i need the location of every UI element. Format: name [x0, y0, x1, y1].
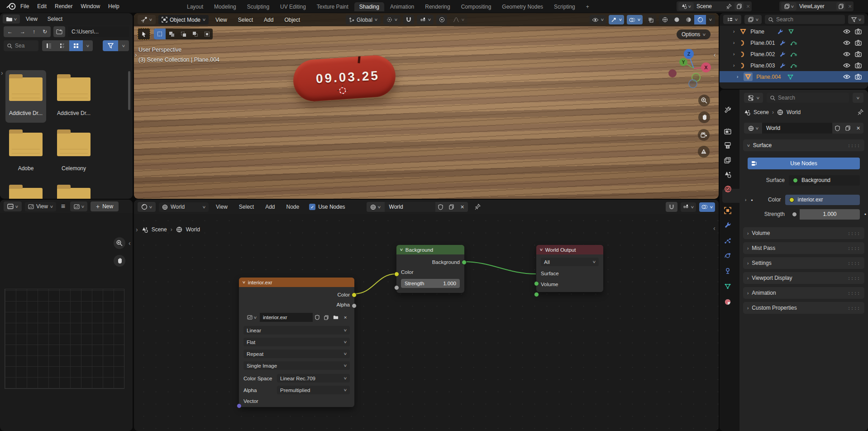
- tab-compositing[interactable]: Compositing: [456, 2, 496, 11]
- outliner-search-input[interactable]: Search: [765, 15, 845, 24]
- viewport-zoom-button[interactable]: [698, 95, 710, 106]
- breadcrumb-world[interactable]: World: [787, 109, 801, 115]
- tab-object-data[interactable]: [720, 280, 736, 293]
- outliner-row-plane004-selected[interactable]: › Plane.004: [720, 71, 868, 82]
- image-editor-canvas[interactable]: [5, 289, 124, 389]
- tab-tool[interactable]: [720, 103, 736, 116]
- socket-color-in[interactable]: [394, 272, 399, 277]
- fake-user-button[interactable]: [313, 313, 322, 322]
- menu-window[interactable]: Window: [76, 3, 104, 10]
- strength-socket-button[interactable]: [789, 209, 800, 220]
- outliner-row-plane001[interactable]: › Plane.001: [720, 37, 868, 48]
- color-expand-arrow[interactable]: ›: [745, 197, 746, 202]
- interpolation-dropdown[interactable]: Linear∨: [243, 326, 350, 335]
- unlink-datablock-button[interactable]: ×: [853, 123, 863, 134]
- folder-icon[interactable]: [9, 133, 43, 156]
- axis-navigation-gizmo[interactable]: Z Y X: [665, 45, 715, 90]
- hide-viewport-eye-icon[interactable]: [843, 74, 850, 79]
- refresh-button[interactable]: ↻: [39, 29, 51, 35]
- display-mode-dropdown[interactable]: ∨: [723, 15, 741, 24]
- unlink-image-button[interactable]: ×: [341, 313, 350, 322]
- tab-texture-paint[interactable]: Texture Paint: [312, 2, 353, 11]
- select-mode-subtract-button[interactable]: [177, 29, 189, 39]
- node-header[interactable]: ∨ World Output: [536, 245, 603, 254]
- object-name[interactable]: Plane: [750, 29, 764, 35]
- panel-settings[interactable]: › Settings ::::: [743, 257, 864, 269]
- folder-icon[interactable]: [57, 188, 91, 199]
- editor-type-button[interactable]: ∨: [3, 14, 20, 24]
- image-browse-button[interactable]: ∨: [70, 201, 87, 211]
- disable-render-camera-icon[interactable]: [855, 74, 862, 80]
- filter-options-dropdown[interactable]: ∨: [118, 40, 129, 51]
- tab-world-active[interactable]: [720, 182, 736, 196]
- outliner-filter-images-dropdown[interactable]: ∨: [744, 15, 762, 24]
- tab-particles[interactable]: [720, 234, 736, 247]
- scene-name[interactable]: Scene: [696, 3, 724, 10]
- display-thumbnail-button[interactable]: [69, 40, 83, 51]
- filter-toggle-button[interactable]: [103, 40, 118, 51]
- display-mode-dropdown[interactable]: ∨: [83, 40, 93, 51]
- socket-alpha-out[interactable]: [352, 303, 357, 308]
- node-header[interactable]: ∨ interior.exr: [239, 278, 354, 287]
- collapsed-menus-button[interactable]: ≡: [59, 202, 67, 211]
- projection-dropdown[interactable]: Flat∨: [243, 338, 350, 346]
- tab-object[interactable]: [720, 204, 736, 217]
- mode-dropdown[interactable]: Object Mode ∨: [158, 15, 209, 24]
- tab-animation[interactable]: Animation: [385, 2, 419, 11]
- folder-label[interactable]: Adobe: [4, 165, 48, 172]
- menu-edit[interactable]: Edit: [33, 3, 51, 10]
- color-space-dropdown[interactable]: Linear Rec.709∨: [277, 374, 350, 383]
- snap-toggle-button[interactable]: [403, 15, 414, 24]
- viewport-pan-button[interactable]: [698, 111, 710, 123]
- panel-grip[interactable]: ::::: [848, 143, 860, 148]
- toolbar-expand-arrow[interactable]: ›: [135, 51, 137, 58]
- source-dropdown[interactable]: Single Image∨: [243, 361, 350, 370]
- file-browser-select-menu[interactable]: Select: [43, 16, 67, 22]
- surface-panel-header[interactable]: ∨ Surface ::::: [743, 139, 864, 151]
- folder-label[interactable]: Celemony: [52, 165, 96, 172]
- viewport-perspective-button[interactable]: [698, 146, 710, 158]
- tab-output[interactable]: [720, 139, 736, 152]
- disable-render-camera-icon[interactable]: [855, 29, 862, 34]
- outliner-row-plane002[interactable]: › Plane.002: [720, 48, 868, 60]
- active-tool-button[interactable]: [138, 28, 150, 40]
- shading-solid-button[interactable]: [671, 15, 682, 24]
- file-browser-scrollbar[interactable]: [128, 71, 130, 110]
- tab-geometry-nodes[interactable]: Geometry Nodes: [497, 2, 548, 11]
- image-name-field[interactable]: interior.exr: [260, 313, 313, 322]
- tab-constraints[interactable]: [720, 264, 736, 278]
- viewlayer-copy-button[interactable]: [836, 2, 845, 10]
- viewlayer-delete-button[interactable]: ×: [848, 3, 852, 10]
- blender-logo-icon[interactable]: [6, 3, 16, 10]
- tab-modifiers[interactable]: [720, 218, 736, 231]
- node-background[interactable]: ∨ Background Background Color Strength 1…: [396, 245, 464, 293]
- world-browse-button[interactable]: ∨: [744, 123, 762, 134]
- menu-file[interactable]: File: [16, 3, 33, 10]
- tab-view-layer[interactable]: [720, 153, 736, 167]
- tab-modeling[interactable]: Modeling: [209, 2, 241, 11]
- tab-render[interactable]: [720, 125, 736, 138]
- object-name-active[interactable]: Plane.004: [756, 74, 781, 80]
- outliner-row-plane[interactable]: › Plane: [720, 26, 868, 37]
- surface-value-dropdown[interactable]: Background: [789, 175, 860, 186]
- path-field[interactable]: C:\Users\...: [68, 26, 129, 37]
- hide-viewport-eye-icon[interactable]: [843, 29, 850, 34]
- socket-volume-in[interactable]: [534, 292, 539, 297]
- socket-surface-in[interactable]: [534, 281, 539, 286]
- editor-type-button[interactable]: ∨: [4, 201, 22, 211]
- copy-datablock-button[interactable]: [843, 123, 853, 134]
- file-search-input[interactable]: Sea: [4, 40, 38, 51]
- add-workspace-button[interactable]: +: [581, 2, 594, 11]
- disable-render-camera-icon[interactable]: [855, 40, 862, 46]
- scene-delete-button[interactable]: ×: [746, 3, 750, 10]
- hide-viewport-eye-icon[interactable]: [843, 63, 850, 68]
- hide-viewport-eye-icon[interactable]: [843, 40, 850, 45]
- strength-slider[interactable]: Strength 1.000: [401, 279, 460, 288]
- shading-rendered-button[interactable]: [694, 15, 706, 24]
- up-button[interactable]: ↑: [29, 29, 39, 35]
- new-image-button[interactable]: + New: [91, 201, 119, 211]
- select-mode-invert-button[interactable]: [189, 29, 201, 39]
- folder-label[interactable]: Addictive Dr...: [4, 110, 48, 116]
- pin-icon[interactable]: [858, 109, 863, 115]
- proportional-editing-button[interactable]: [436, 15, 447, 24]
